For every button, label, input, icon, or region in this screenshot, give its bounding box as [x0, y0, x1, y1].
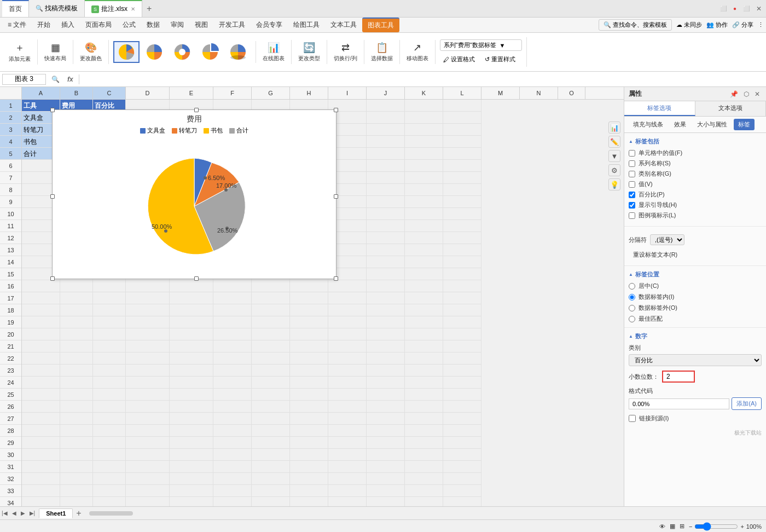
cell-I17[interactable] [328, 292, 367, 304]
cell-A23[interactable] [22, 365, 60, 377]
cell-H23[interactable] [290, 365, 328, 377]
ribbon-tab-text[interactable]: 文本工具 [325, 18, 362, 32]
chart-vert-btn-5[interactable]: 💡 [608, 178, 620, 190]
row-num-2[interactable]: 2 [0, 112, 21, 124]
zoom-slider[interactable] [694, 522, 738, 531]
rb-center[interactable] [629, 283, 635, 290]
cell-J32[interactable] [367, 473, 405, 485]
cell-D17[interactable] [126, 292, 170, 304]
cell-G24[interactable] [252, 377, 290, 389]
cell-I20[interactable] [328, 328, 367, 340]
formula-fx-btn[interactable]: fx [64, 74, 77, 84]
row-num-18[interactable]: 18 [0, 304, 21, 316]
ribbon-tab-data[interactable]: 数据 [141, 18, 165, 32]
cell-J9[interactable] [367, 196, 405, 208]
row-num-28[interactable]: 28 [0, 425, 21, 437]
props-popout-btn[interactable]: ⬡ [742, 90, 751, 99]
cell-H19[interactable] [290, 316, 328, 328]
cell-F34[interactable] [213, 497, 252, 506]
cell-H24[interactable] [290, 377, 328, 389]
cell-E21[interactable] [170, 340, 213, 352]
cell-A34[interactable] [22, 497, 60, 506]
props-subtab-effect[interactable]: 效果 [670, 119, 690, 130]
cell-F32[interactable] [213, 473, 252, 485]
cell-D34[interactable] [126, 497, 170, 506]
cell-K27[interactable] [405, 413, 443, 425]
cell-C22[interactable] [93, 352, 126, 365]
cell-K26[interactable] [405, 401, 443, 413]
cell-K9[interactable] [405, 196, 443, 208]
row-num-33[interactable]: 33 [0, 485, 21, 497]
quick-layout-btn[interactable]: ▦ 快速布局 [41, 40, 69, 64]
cell-E24[interactable] [170, 377, 213, 389]
cell-A28[interactable] [22, 425, 60, 437]
cell-L17[interactable] [443, 292, 481, 304]
cell-B19[interactable] [60, 316, 93, 328]
cell-I29[interactable] [328, 437, 367, 449]
more-btn[interactable]: ⋮ [758, 21, 764, 28]
cell-G21[interactable] [252, 340, 290, 352]
cell-I28[interactable] [328, 425, 367, 437]
cell-G30[interactable] [252, 449, 290, 461]
cell-B16[interactable] [60, 280, 93, 292]
cell-A27[interactable] [22, 413, 60, 425]
cell-B22[interactable] [60, 352, 93, 365]
view-normal-btn[interactable]: 👁 [659, 523, 665, 530]
cell-I31[interactable] [328, 461, 367, 473]
cell-F18[interactable] [213, 304, 252, 316]
cell-K20[interactable] [405, 328, 443, 340]
sheet-nav-next[interactable]: ▶ [19, 510, 27, 517]
cell-K12[interactable] [405, 232, 443, 244]
cb-link-source[interactable] [629, 415, 636, 422]
cell-A22[interactable] [22, 352, 60, 365]
cell-K30[interactable] [405, 449, 443, 461]
cell-K32[interactable] [405, 473, 443, 485]
cell-L1[interactable] [443, 100, 481, 112]
ribbon-tab-formula[interactable]: 公式 [117, 18, 141, 32]
cell-E25[interactable] [170, 389, 213, 401]
ribbon-tab-insert[interactable]: 插入 [56, 18, 80, 32]
cell-H18[interactable] [290, 304, 328, 316]
col-header-B[interactable]: B [60, 87, 93, 99]
cell-B32[interactable] [60, 473, 93, 485]
cell-K29[interactable] [405, 437, 443, 449]
cell-H30[interactable] [290, 449, 328, 461]
cell-E29[interactable] [170, 437, 213, 449]
row-num-23[interactable]: 23 [0, 365, 21, 377]
cell-C18[interactable] [93, 304, 126, 316]
row-num-26[interactable]: 26 [0, 401, 21, 413]
cell-E18[interactable] [170, 304, 213, 316]
cell-J20[interactable] [367, 328, 405, 340]
row-num-25[interactable]: 25 [0, 389, 21, 401]
tab-ctrl-close[interactable]: ✕ [754, 4, 764, 14]
cell-C30[interactable] [93, 449, 126, 461]
handle-br[interactable] [334, 276, 338, 281]
cell-K4[interactable] [405, 136, 443, 148]
handle-ml[interactable] [50, 194, 55, 199]
handle-mr[interactable] [334, 194, 338, 199]
cell-L33[interactable] [443, 485, 481, 497]
category-select[interactable]: 百分比 数字 货币 日期 文本 [629, 354, 762, 366]
cell-J5[interactable] [367, 148, 405, 160]
search-btn[interactable]: 🔍 查找命令、搜索模板 [599, 19, 672, 31]
cell-K5[interactable] [405, 148, 443, 160]
cell-E30[interactable] [170, 449, 213, 461]
cell-L29[interactable] [443, 437, 481, 449]
cell-L12[interactable] [443, 232, 481, 244]
tab-home[interactable]: 首页 [2, 0, 29, 17]
cell-K28[interactable] [405, 425, 443, 437]
share-btn[interactable]: 🔗 分享 [732, 21, 753, 29]
cell-B31[interactable] [60, 461, 93, 473]
view-pagebreak-btn[interactable]: ⊞ [680, 523, 684, 530]
cell-L18[interactable] [443, 304, 481, 316]
cell-F26[interactable] [213, 401, 252, 413]
cell-F25[interactable] [213, 389, 252, 401]
cell-C20[interactable] [93, 328, 126, 340]
cell-J4[interactable] [367, 136, 405, 148]
cell-K24[interactable] [405, 377, 443, 389]
cell-K17[interactable] [405, 292, 443, 304]
cell-C17[interactable] [93, 292, 126, 304]
cell-E20[interactable] [170, 328, 213, 340]
cell-G22[interactable] [252, 352, 290, 365]
ribbon-tab-dev[interactable]: 开发工具 [213, 18, 251, 32]
